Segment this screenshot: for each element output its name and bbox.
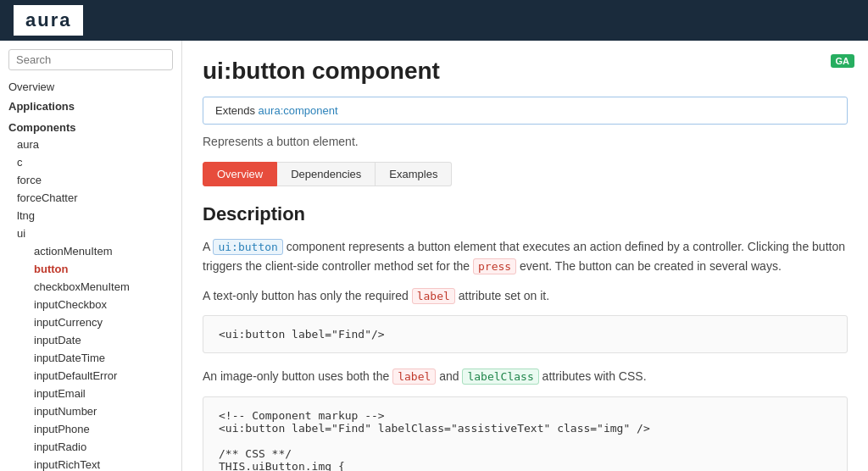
sidebar-item-aura[interactable]: aura — [0, 136, 181, 153]
para3-after: attributes with CSS. — [542, 369, 647, 383]
logo: aura — [14, 5, 83, 36]
ga-badge: GA — [831, 54, 855, 68]
sidebar-item-inputemail[interactable]: inputEmail — [0, 385, 181, 402]
main-layout: Overview Applications Components aura c … — [0, 41, 868, 471]
tab-dependencies[interactable]: Dependencies — [277, 162, 376, 186]
search-input[interactable] — [8, 49, 173, 70]
para2-code-label: label — [412, 288, 455, 304]
para1: A ui:button component represents a butto… — [203, 237, 848, 276]
para1-after2: event. The button can be created in seve… — [520, 259, 782, 273]
tab-examples[interactable]: Examples — [376, 162, 452, 186]
extends-box: Extends aura:component — [203, 97, 848, 125]
sidebar-item-force[interactable]: force — [0, 171, 181, 189]
sidebar-item-inputcurrency[interactable]: inputCurrency — [0, 313, 181, 331]
code-block-1: <ui:button label="Find"/> — [203, 315, 848, 353]
para3-and: and — [439, 369, 459, 383]
sidebar-section-components: Components — [0, 116, 181, 136]
sidebar-item-forcechatter[interactable]: forceChatter — [0, 189, 181, 207]
para3-before: An image-only button uses both the — [203, 369, 389, 383]
para3-code-labelclass: labelClass — [462, 368, 538, 385]
main-content: GA ui:button component Extends aura:comp… — [182, 41, 868, 471]
extends-link[interactable]: aura:component — [259, 104, 338, 117]
sidebar-item-inputdate[interactable]: inputDate — [0, 331, 181, 349]
para3-code-label: label — [392, 368, 436, 385]
para3: An image-only button uses both the label… — [203, 367, 848, 386]
sidebar-item-inputdefaulterror[interactable]: inputDefaultError — [0, 367, 181, 385]
tabs-bar: Overview Dependencies Examples — [203, 162, 848, 186]
sidebar-item-ltng[interactable]: ltng — [0, 207, 181, 224]
sidebar-item-inputrichtext[interactable]: inputRichText — [0, 456, 181, 471]
page-title: ui:button component — [203, 58, 848, 85]
sidebar-item-inputphone[interactable]: inputPhone — [0, 420, 181, 438]
sidebar-item-c[interactable]: c — [0, 153, 181, 171]
sidebar-item-applications[interactable]: Applications — [0, 97, 181, 116]
para2-before: A text-only button has only the required — [203, 289, 409, 302]
extends-label: Extends — [215, 104, 255, 117]
represents-text: Represents a button element. — [203, 135, 848, 148]
sidebar-item-inputcheckbox[interactable]: inputCheckbox — [0, 296, 181, 313]
para1-code-press: press — [473, 258, 516, 274]
sidebar-item-inputdatetime[interactable]: inputDateTime — [0, 349, 181, 367]
para1-before: A — [203, 240, 210, 253]
sidebar-item-ui[interactable]: ui — [0, 224, 181, 242]
section-description-heading: Description — [203, 203, 848, 225]
app-header: aura — [0, 0, 868, 41]
para2: A text-only button has only the required… — [203, 286, 848, 306]
sidebar-item-checkboxmenuitem[interactable]: checkboxMenuItem — [0, 278, 181, 296]
sidebar-item-button[interactable]: button — [0, 260, 181, 278]
sidebar: Overview Applications Components aura c … — [0, 41, 182, 471]
sidebar-item-inputradio[interactable]: inputRadio — [0, 438, 181, 456]
para2-after: attribute set on it. — [459, 289, 549, 302]
search-container — [0, 41, 181, 77]
sidebar-item-inputnumber[interactable]: inputNumber — [0, 402, 181, 420]
tab-overview[interactable]: Overview — [203, 162, 277, 186]
para1-code-uibutton: ui:button — [213, 239, 282, 255]
sidebar-item-overview[interactable]: Overview — [0, 77, 181, 97]
code-block-2: <!-- Component markup --> <ui:button lab… — [203, 396, 848, 471]
sidebar-item-actionmenuitem[interactable]: actionMenuItem — [0, 242, 181, 260]
